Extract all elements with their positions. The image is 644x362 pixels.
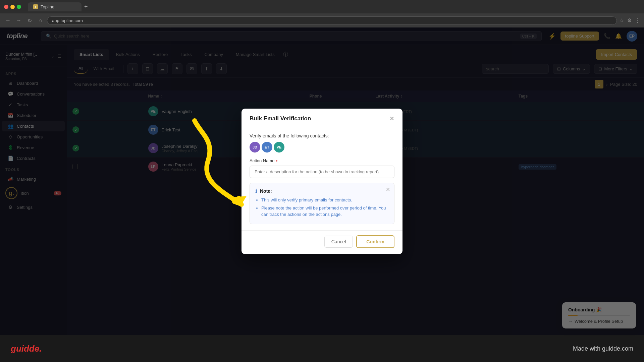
contact-chip-jd: JD (250, 142, 260, 153)
note-item-2: Please note the action will be performed… (261, 205, 389, 218)
guidde-logo: guidde. (11, 344, 42, 354)
maximize-window-button[interactable] (17, 5, 21, 9)
note-header: ℹ Note: (255, 188, 389, 194)
refresh-button[interactable]: ↻ (25, 16, 34, 24)
minimize-window-button[interactable] (10, 5, 15, 9)
address-bar[interactable]: app.topline.com (47, 16, 617, 25)
traffic-lights (4, 5, 21, 9)
note-bullets: This will only verify primary emails for… (255, 197, 389, 218)
info-icon: ℹ (255, 188, 257, 194)
tab-title: Topline (41, 4, 54, 9)
action-description-input[interactable] (250, 166, 394, 178)
extensions-icon[interactable]: ⚙ (627, 17, 632, 23)
new-tab-button[interactable]: + (82, 3, 91, 10)
note-item-1: This will only verify primary emails for… (261, 197, 389, 203)
required-indicator: • (276, 158, 277, 164)
note-close-button[interactable]: ✕ (386, 186, 390, 193)
guidde-bar: guidde. Made with guidde.com (0, 335, 644, 362)
cancel-button[interactable]: Cancel (324, 236, 353, 248)
action-label-row: Action Name • (250, 158, 394, 164)
modal-header: Bulk Email Verification ✕ (241, 109, 402, 127)
browser-tab[interactable]: t Topline (28, 2, 82, 11)
note-title: Note: (260, 188, 272, 194)
bulk-email-verification-modal: Bulk Email Verification ✕ Verify emails … (241, 109, 402, 254)
modal-close-button[interactable]: ✕ (389, 116, 394, 122)
back-button[interactable]: ← (4, 16, 12, 24)
address-text: app.topline.com (52, 18, 83, 23)
contact-chip-et: ET (262, 142, 272, 153)
close-window-button[interactable] (4, 5, 8, 9)
note-box: ✕ ℹ Note: This will only verify primary … (250, 183, 394, 224)
forward-button[interactable]: → (15, 16, 23, 24)
confirm-button[interactable]: Confirm (356, 235, 394, 248)
guidde-tagline: Made with guidde.com (573, 345, 633, 352)
modal-overlay: Bulk Email Verification ✕ Verify emails … (0, 27, 644, 335)
contact-chip-ve: VE (274, 142, 284, 153)
tab-bar: t Topline + (24, 2, 95, 11)
modal-subtitle: Verify emails of the following contacts: (250, 133, 394, 138)
modal-footer: Cancel Confirm (241, 230, 402, 254)
home-button[interactable]: ⌂ (36, 16, 44, 24)
contact-avatars: JD ET VE (250, 142, 394, 153)
more-options-icon[interactable]: ⋮ (635, 17, 640, 23)
modal-body: Verify emails of the following contacts:… (241, 127, 402, 230)
bookmark-icon[interactable]: ☆ (620, 17, 624, 23)
action-name-label: Action Name (250, 158, 274, 163)
browser-toolbar-icons: ☆ ⚙ ⋮ (620, 17, 640, 23)
modal-title: Bulk Email Verification (250, 115, 311, 122)
browser-toolbar: ← → ↻ ⌂ app.topline.com ☆ ⚙ ⋮ (0, 13, 644, 27)
tab-favicon: t (33, 4, 38, 9)
